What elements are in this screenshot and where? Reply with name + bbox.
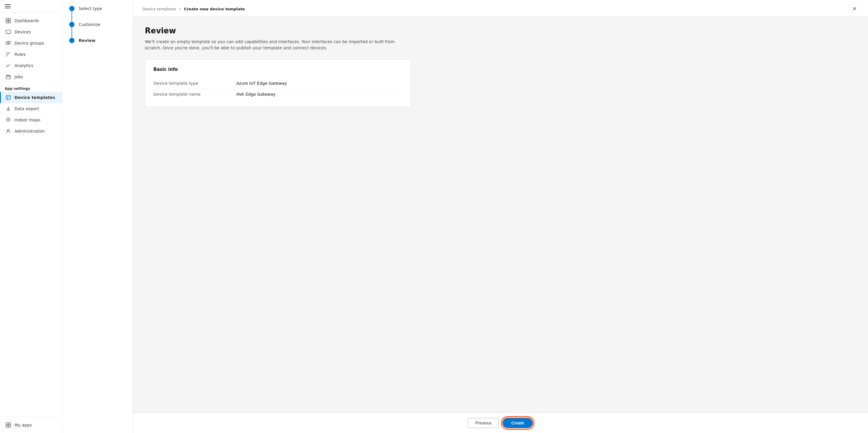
- sidebar-item-devices[interactable]: Devices: [0, 26, 62, 37]
- sidebar-item-analytics[interactable]: Analytics: [0, 60, 62, 71]
- sidebar-item-label: Administration: [14, 129, 44, 134]
- basic-info-card: Basic info Device template type Azure Io…: [145, 59, 411, 107]
- wizard-step-review: Review: [69, 38, 126, 43]
- panel-body: Review We'll create an empty template so…: [133, 17, 868, 116]
- sidebar-bottom: My apps: [0, 417, 62, 433]
- svg-point-10: [8, 119, 9, 120]
- step-line: [71, 27, 72, 38]
- step-indicator: [69, 22, 74, 38]
- sidebar-item-device-templates[interactable]: Device templates: [0, 92, 62, 103]
- review-description: We'll create an empty template so you ca…: [145, 39, 411, 51]
- hamburger-menu[interactable]: [5, 4, 11, 8]
- step-indicator: [69, 6, 74, 22]
- svg-rect-0: [6, 18, 8, 21]
- svg-rect-1: [8, 18, 11, 21]
- sidebar-item-label: Devices: [14, 30, 31, 34]
- sidebar-header: [0, 0, 62, 13]
- info-row: Device template type Azure IoT Edge Gate…: [153, 78, 402, 89]
- administration-icon: [6, 129, 11, 134]
- svg-rect-4: [6, 30, 11, 33]
- svg-rect-3: [8, 21, 11, 23]
- step-circle: [69, 38, 74, 43]
- indoor-maps-icon: [6, 117, 11, 123]
- app-settings-label: App settings: [0, 82, 62, 92]
- sidebar-item-indoor-maps[interactable]: Indoor maps: [0, 114, 62, 126]
- devices-icon: [6, 29, 11, 35]
- sidebar-item-label: Rules: [14, 52, 26, 57]
- wizard-panel: Select type Customize Review: [62, 0, 133, 433]
- sidebar-item-dashboards[interactable]: Dashboards: [0, 15, 62, 26]
- sidebar-item-label: Device templates: [14, 95, 55, 100]
- step-circle: [69, 6, 74, 11]
- svg-point-11: [7, 129, 9, 131]
- svg-rect-13: [8, 423, 11, 425]
- step-label: Customize: [79, 22, 100, 27]
- svg-rect-7: [6, 75, 10, 79]
- svg-rect-6: [8, 41, 11, 44]
- main-content: Device templates > Create new device tem…: [133, 0, 868, 433]
- svg-rect-15: [8, 425, 11, 427]
- svg-rect-5: [6, 42, 9, 44]
- create-button[interactable]: Create: [502, 418, 533, 428]
- sidebar-nav: Dashboards Devices Device groups Rules A…: [0, 13, 62, 417]
- info-row: Device template name AVA Edge Gateway: [153, 89, 402, 100]
- svg-rect-2: [6, 21, 8, 23]
- templates-icon: [6, 95, 11, 100]
- close-button[interactable]: ✕: [850, 5, 859, 13]
- step-line: [71, 11, 72, 22]
- device-groups-icon: [6, 40, 11, 46]
- jobs-icon: [6, 74, 11, 79]
- basic-info-title: Basic info: [153, 67, 402, 72]
- info-rows: Device template type Azure IoT Edge Gate…: [153, 78, 402, 100]
- svg-rect-14: [6, 425, 8, 427]
- review-title: Review: [145, 26, 856, 35]
- analytics-icon: [6, 63, 11, 68]
- rules-icon: [6, 52, 11, 57]
- info-label: Device template type: [153, 81, 236, 86]
- sidebar: Dashboards Devices Device groups Rules A…: [0, 0, 62, 433]
- wizard-step-select-type: Select type: [69, 6, 126, 22]
- panel-inner: Device templates > Create new device tem…: [133, 0, 868, 412]
- sidebar-item-label: Device groups: [14, 41, 44, 45]
- sidebar-item-my-apps[interactable]: My apps: [0, 420, 62, 431]
- info-label: Device template name: [153, 92, 236, 97]
- step-circle: [69, 22, 74, 27]
- info-value: AVA Edge Gateway: [236, 92, 276, 97]
- my-apps-icon: [6, 422, 11, 428]
- sidebar-item-label: Indoor maps: [14, 118, 40, 122]
- previous-button[interactable]: Previous: [468, 418, 499, 428]
- wizard-step-customize: Customize: [69, 22, 126, 38]
- step-label: Select type: [79, 6, 102, 11]
- panel-area: Device templates > Create new device tem…: [133, 0, 868, 412]
- svg-rect-12: [6, 423, 8, 425]
- svg-rect-8: [6, 95, 10, 100]
- step-indicator: [69, 38, 74, 43]
- sidebar-item-label: Analytics: [14, 63, 33, 68]
- bottom-bar: Previous Create: [133, 412, 868, 433]
- sidebar-item-label: Jobs: [14, 74, 23, 79]
- sidebar-item-data-export[interactable]: Data export: [0, 103, 62, 114]
- sidebar-item-jobs[interactable]: Jobs: [0, 71, 62, 82]
- grid-icon: [6, 18, 11, 23]
- breadcrumb-link[interactable]: Device templates: [143, 7, 176, 11]
- data-export-icon: [6, 106, 11, 111]
- svg-point-9: [6, 118, 10, 122]
- sidebar-item-rules[interactable]: Rules: [0, 49, 62, 60]
- sidebar-item-device-groups[interactable]: Device groups: [0, 37, 62, 49]
- sidebar-item-label: My apps: [14, 423, 32, 427]
- sidebar-item-label: Data export: [14, 106, 39, 111]
- sidebar-item-label: Dashboards: [14, 18, 39, 23]
- info-value: Azure IoT Edge Gateway: [236, 81, 287, 86]
- breadcrumb: Device templates > Create new device tem…: [143, 7, 245, 11]
- breadcrumb-current: Create new device template: [184, 7, 245, 11]
- step-label: Review: [79, 38, 95, 43]
- breadcrumb-separator: >: [179, 7, 182, 11]
- wizard-steps: Select type Customize Review: [69, 6, 126, 43]
- panel-header: Device templates > Create new device tem…: [133, 0, 868, 17]
- sidebar-item-administration[interactable]: Administration: [0, 126, 62, 137]
